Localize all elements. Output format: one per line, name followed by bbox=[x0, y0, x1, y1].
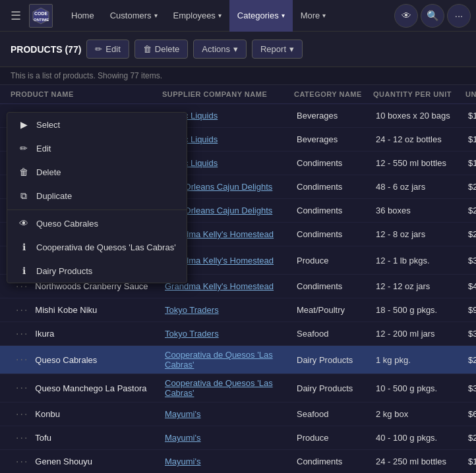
cell-price: $30.00 bbox=[465, 252, 476, 269]
col-product-name: PRODUCT NAME bbox=[11, 90, 162, 98]
cell-supplier[interactable]: Tokyo Traders bbox=[162, 301, 294, 319]
toolbar: PRODUCTS (77) ✏ Edit 🗑 Delete Actions ▾ … bbox=[0, 32, 476, 67]
chevron-down-icon: ▾ bbox=[233, 44, 238, 54]
ctx-icon: ⧉ bbox=[18, 190, 30, 202]
cell-price: $25.00 bbox=[465, 225, 476, 243]
cell-price: $10.00 bbox=[465, 154, 476, 172]
cell-category: Seafood bbox=[294, 325, 373, 343]
cell-qty: 40 - 100 g pkgs. bbox=[373, 429, 465, 447]
nav-categories[interactable]: Categories ▾ bbox=[229, 0, 293, 32]
logo-icon: CODE ONTIME bbox=[29, 4, 53, 28]
cell-product-name: ··· Tofu bbox=[11, 427, 162, 449]
top-navigation: ☰ CODE ONTIME Home Customers ▾ Employees… bbox=[0, 0, 476, 32]
svg-text:ONTIME: ONTIME bbox=[34, 18, 49, 22]
nav-items: Home Customers ▾ Employees ▾ Categories … bbox=[63, 0, 392, 32]
chevron-icon: ▾ bbox=[322, 12, 326, 19]
cell-qty: 12 - 1 lb pkgs. bbox=[373, 252, 465, 269]
col-supplier: SUPPLIER COMPANY NAME bbox=[162, 90, 294, 98]
cell-qty: 12 - 8 oz jars bbox=[373, 225, 465, 243]
cell-supplier[interactable]: Mayumi's bbox=[162, 453, 294, 466]
status-bar: This is a list of products. Showing 77 i… bbox=[0, 67, 476, 85]
cell-price: $19.00 bbox=[465, 130, 476, 148]
cell-supplier[interactable]: Mayumi's bbox=[162, 405, 294, 423]
eye-icon-button[interactable]: 👁 bbox=[394, 4, 418, 28]
context-menu-item[interactable]: ⧉Duplicate bbox=[7, 184, 187, 208]
products-count-title: PRODUCTS (77) bbox=[11, 44, 81, 55]
table-row[interactable]: ··· Mishi Kobe Niku Tokyo Traders Meat/P… bbox=[0, 298, 476, 322]
cell-category: Produce bbox=[294, 429, 373, 447]
cell-supplier[interactable]: Tokyo Traders bbox=[162, 325, 294, 343]
ctx-label: Edit bbox=[36, 144, 51, 153]
cell-qty: 10 - 500 g pkgs. bbox=[373, 379, 465, 397]
cell-category: Condiments bbox=[294, 225, 373, 243]
cell-price: $21.00 bbox=[465, 351, 476, 369]
cell-category: Condiments bbox=[294, 178, 373, 196]
hamburger-menu[interactable]: ☰ bbox=[5, 5, 26, 26]
ctx-label: Delete bbox=[36, 167, 61, 177]
cell-supplier[interactable]: Cooperativa de Quesos 'Las Cabras' bbox=[162, 374, 294, 402]
cell-category: Meat/Poultry bbox=[294, 301, 373, 319]
report-button[interactable]: Report ▾ bbox=[252, 40, 303, 59]
nav-more[interactable]: More ▾ bbox=[293, 0, 334, 32]
nav-employees[interactable]: Employees ▾ bbox=[165, 0, 229, 32]
cell-product-name: ··· Queso Cabrales bbox=[11, 348, 162, 371]
cell-product-name: ··· Queso Manchego La Pastora bbox=[11, 377, 162, 399]
cell-qty: 10 boxes x 20 bags bbox=[373, 107, 465, 125]
ctx-icon: 👁 bbox=[18, 218, 30, 229]
nav-right: 👁 🔍 ··· bbox=[394, 4, 471, 28]
row-actions-dots[interactable]: ··· bbox=[13, 455, 31, 467]
search-icon-button[interactable]: 🔍 bbox=[421, 4, 444, 28]
cell-qty: 12 - 550 ml bottles bbox=[373, 154, 465, 172]
context-menu-divider bbox=[7, 209, 187, 210]
row-actions-dots[interactable]: ··· bbox=[13, 381, 31, 395]
delete-icon: 🗑 bbox=[143, 44, 152, 54]
context-menu-item: ℹCooperativa de Quesos 'Las Cabras' bbox=[7, 235, 187, 259]
cell-category: Beverages bbox=[294, 107, 373, 125]
row-actions-dots[interactable]: ··· bbox=[13, 352, 31, 367]
nav-home[interactable]: Home bbox=[63, 0, 102, 32]
cell-qty: 12 - 200 ml jars bbox=[373, 325, 465, 343]
cell-product-name: ··· Mishi Kobe Niku bbox=[11, 299, 162, 321]
cell-supplier[interactable]: Mayumi's bbox=[162, 429, 294, 447]
cell-qty: 36 boxes bbox=[373, 202, 465, 219]
cell-product-name: ··· Genen Shouyu bbox=[11, 451, 162, 467]
context-menu-item[interactable]: ✏Edit bbox=[7, 136, 187, 160]
ctx-label: Duplicate bbox=[36, 191, 72, 201]
cell-price: $18.00 bbox=[465, 107, 476, 125]
context-menu-item: ℹDairy Products bbox=[7, 259, 187, 283]
cell-product-name: ··· Ikura bbox=[11, 323, 162, 345]
chevron-icon: ▾ bbox=[218, 12, 222, 19]
table-row[interactable]: ··· Queso Manchego La Pastora Cooperativ… bbox=[0, 374, 476, 403]
ctx-label: Queso Cabrales bbox=[36, 219, 98, 229]
table-row[interactable]: ··· Ikura Tokyo Traders Seafood 12 - 200… bbox=[0, 322, 476, 346]
more-icon-button[interactable]: ··· bbox=[447, 4, 471, 28]
cell-price: $38.00 bbox=[465, 379, 476, 397]
delete-button[interactable]: 🗑 Delete bbox=[134, 40, 189, 59]
table-row[interactable]: ··· Genen Shouyu Mayumi's Condiments 24 … bbox=[0, 450, 476, 466]
context-menu-item: 👁Queso Cabrales bbox=[7, 211, 187, 235]
cell-price: $40.00 bbox=[465, 277, 476, 295]
row-actions-dots[interactable]: ··· bbox=[13, 327, 31, 341]
table-header: PRODUCT NAME SUPPLIER COMPANY NAME CATEG… bbox=[0, 85, 476, 104]
row-actions-dots[interactable]: ··· bbox=[13, 431, 31, 445]
ctx-icon: 🗑 bbox=[18, 167, 30, 177]
cell-category: Produce bbox=[294, 252, 373, 269]
context-menu-item[interactable]: 🗑Delete bbox=[7, 160, 187, 184]
actions-button[interactable]: Actions ▾ bbox=[193, 40, 247, 59]
ctx-label: Select bbox=[36, 120, 60, 130]
ctx-label: Dairy Products bbox=[36, 266, 92, 276]
row-actions-dots[interactable]: ··· bbox=[13, 303, 31, 318]
table-row[interactable]: ··· Tofu Mayumi's Produce 40 - 100 g pkg… bbox=[0, 426, 476, 450]
ctx-icon: ℹ bbox=[18, 242, 30, 252]
cell-category: Dairy Products bbox=[294, 379, 373, 397]
cell-product-name: ··· Konbu bbox=[11, 403, 162, 426]
context-menu-item[interactable]: ▶Select bbox=[7, 113, 187, 136]
table-row[interactable]: ··· Queso Cabrales Cooperativa de Quesos… bbox=[0, 346, 476, 374]
cell-category: Seafood bbox=[294, 405, 373, 423]
nav-customers[interactable]: Customers ▾ bbox=[102, 0, 165, 32]
edit-button[interactable]: ✏ Edit bbox=[86, 40, 129, 59]
table-row[interactable]: ··· Konbu Mayumi's Seafood 2 kg box $6.0… bbox=[0, 403, 476, 426]
cell-supplier[interactable]: Cooperativa de Quesos 'Las Cabras' bbox=[162, 346, 294, 374]
cell-category: Condiments bbox=[294, 154, 373, 172]
row-actions-dots[interactable]: ··· bbox=[13, 407, 31, 422]
